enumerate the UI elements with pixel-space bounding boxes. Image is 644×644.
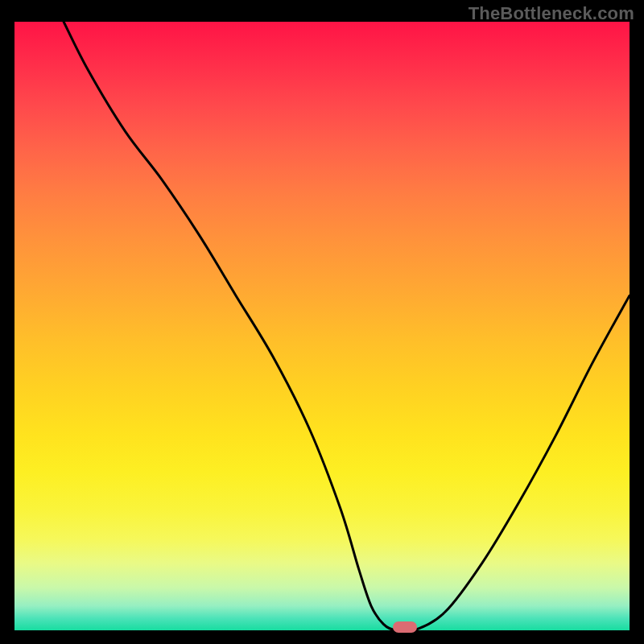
bottleneck-curve: [14, 22, 630, 630]
optimal-point-marker: [393, 621, 417, 633]
plot-area: [14, 22, 630, 630]
chart-frame: TheBottleneck.com: [0, 0, 644, 644]
watermark-text: TheBottleneck.com: [469, 3, 634, 24]
